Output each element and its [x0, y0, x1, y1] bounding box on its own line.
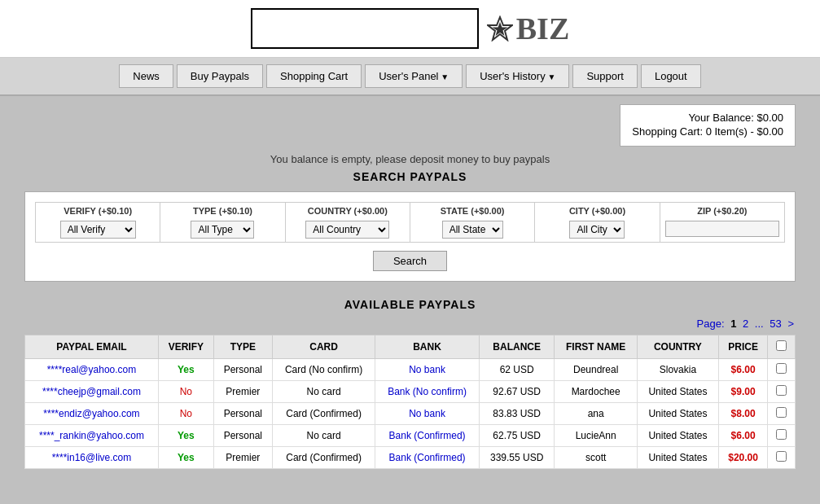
city-select[interactable]: All City — [569, 221, 625, 239]
cell-card: Card (Confirmed) — [272, 447, 375, 469]
pagination: Page: 1 2 ... 53 > — [24, 318, 796, 330]
cell-price: $6.00 — [718, 359, 767, 381]
cell-firstname: Deundreal — [555, 359, 637, 381]
bank-link[interactable]: Bank (Confirmed) — [389, 452, 466, 463]
table-header-row: PAYPAL EMAIL VERIFY TYPE CARD BANK BALAN… — [25, 335, 796, 359]
row-checkbox[interactable] — [776, 363, 787, 374]
header: BIZ — [0, 0, 820, 58]
cell-checkbox[interactable] — [768, 359, 796, 381]
available-title: AVAILABLE PAYPALS — [24, 298, 796, 311]
search-btn-row: Search — [35, 251, 785, 271]
nav-support[interactable]: Support — [572, 64, 638, 88]
cell-checkbox[interactable] — [768, 403, 796, 425]
cell-card: Card (Confirmed) — [272, 403, 375, 425]
filter-city-header: CITY (+$0.00) — [540, 206, 654, 216]
price-value: $6.00 — [731, 364, 756, 375]
search-section-title: SEARCH PAYPALS — [24, 170, 796, 183]
row-checkbox[interactable] — [776, 407, 787, 418]
cell-type: Personal — [213, 359, 272, 381]
nav-users-history[interactable]: User's History — [466, 64, 569, 88]
paypal-table: PAYPAL EMAIL VERIFY TYPE CARD BANK BALAN… — [24, 335, 796, 469]
row-checkbox[interactable] — [776, 429, 787, 440]
filter-verify-header: VERIFY (+$0.10) — [41, 206, 155, 216]
zip-input[interactable] — [665, 221, 779, 237]
cell-bank[interactable]: No bank — [375, 359, 480, 381]
cell-bank[interactable]: Bank (No confirm) — [375, 381, 480, 403]
cell-price: $6.00 — [718, 425, 767, 447]
nav-logout[interactable]: Logout — [641, 64, 701, 88]
bank-link[interactable]: Bank (Confirmed) — [389, 430, 466, 441]
col-bank: BANK — [375, 335, 480, 359]
email-link[interactable]: ****cheejp@gmail.com — [42, 386, 141, 397]
nav-news[interactable]: News — [119, 64, 173, 88]
cell-card: No card — [272, 381, 375, 403]
email-link[interactable]: ****real@yahoo.com — [47, 364, 137, 375]
col-firstname: FIRST NAME — [555, 335, 637, 359]
cell-verify: No — [158, 403, 213, 425]
col-balance: BALANCE — [479, 335, 555, 359]
verify-value: No — [180, 408, 192, 419]
cell-email[interactable]: ****_rankin@yahoo.com — [25, 425, 159, 447]
logo-search-input[interactable] — [251, 8, 479, 49]
col-email: PAYPAL EMAIL — [25, 335, 159, 359]
select-all-checkbox[interactable] — [776, 340, 787, 351]
filter-type: TYPE (+$0.10) All Type Personal Premier — [160, 202, 284, 243]
cell-email[interactable]: ****cheejp@gmail.com — [25, 381, 159, 403]
page-53-link[interactable]: 53 — [770, 318, 781, 330]
cell-checkbox[interactable] — [768, 447, 796, 469]
cell-bank[interactable]: No bank — [375, 403, 480, 425]
nav-users-panel[interactable]: User's Panel — [365, 64, 463, 88]
cell-card: No card — [272, 425, 375, 447]
cell-price: $20.00 — [718, 447, 767, 469]
col-price: PRICE — [718, 335, 767, 359]
col-verify: VERIFY — [158, 335, 213, 359]
email-link[interactable]: ****in16@live.com — [52, 452, 132, 463]
info-text: You balance is empty, please deposit mon… — [24, 153, 796, 165]
filter-state: STATE (+$0.00) All State — [410, 202, 534, 243]
type-select[interactable]: All Type Personal Premier — [191, 221, 254, 239]
row-checkbox[interactable] — [776, 385, 787, 396]
cell-card: Card (No confirm) — [272, 359, 375, 381]
cell-country: United States — [637, 403, 718, 425]
cell-email[interactable]: ****real@yahoo.com — [25, 359, 159, 381]
nav-buy-paypals[interactable]: Buy Paypals — [177, 64, 263, 88]
page-next-link[interactable]: > — [787, 318, 794, 330]
current-page[interactable]: 1 — [730, 318, 736, 330]
page-2-link[interactable]: 2 — [743, 318, 748, 330]
bank-link[interactable]: No bank — [409, 364, 445, 375]
cell-email[interactable]: ****in16@live.com — [25, 447, 159, 469]
cell-checkbox[interactable] — [768, 425, 796, 447]
search-button[interactable]: Search — [373, 251, 447, 271]
cell-balance: 62.75 USD — [479, 425, 555, 447]
state-select[interactable]: All State — [442, 221, 503, 239]
price-value: $6.00 — [731, 430, 756, 441]
cell-bank[interactable]: Bank (Confirmed) — [375, 447, 480, 469]
verify-value: Yes — [178, 364, 195, 375]
cell-checkbox[interactable] — [768, 381, 796, 403]
cell-country: United States — [637, 381, 718, 403]
country-select[interactable]: All Country United States Slovakia — [305, 221, 389, 239]
bank-link[interactable]: No bank — [409, 408, 445, 419]
filter-zip-header: ZIP (+$0.20) — [665, 206, 779, 216]
cell-bank[interactable]: Bank (Confirmed) — [375, 425, 480, 447]
price-value: $20.00 — [728, 452, 758, 463]
table-row: ****real@yahoo.com Yes Personal Card (No… — [25, 359, 796, 381]
navigation: News Buy Paypals Shopping Cart User's Pa… — [0, 58, 820, 96]
row-checkbox[interactable] — [776, 451, 787, 462]
cell-balance: 83.83 USD — [479, 403, 555, 425]
email-link[interactable]: ****endiz@yahoo.com — [43, 408, 139, 419]
verify-select[interactable]: All Verify Verified Not Verified — [60, 221, 136, 239]
logo-brand: BIZ — [487, 11, 569, 46]
col-type: TYPE — [213, 335, 272, 359]
col-card: CARD — [272, 335, 375, 359]
main-content: Your Balance: $0.00 Shopping Cart: 0 Ite… — [0, 96, 820, 477]
nav-shopping-cart[interactable]: Shopping Cart — [266, 64, 362, 88]
brand-text: BIZ — [516, 11, 569, 46]
filter-country: COUNTRY (+$0.00) All Country United Stat… — [285, 202, 410, 243]
bank-link[interactable]: Bank (No confirm) — [388, 386, 467, 397]
cell-firstname: scott — [555, 447, 637, 469]
cell-email[interactable]: ****endiz@yahoo.com — [25, 403, 159, 425]
filter-zip: ZIP (+$0.20) — [660, 202, 785, 243]
filter-country-header: COUNTRY (+$0.00) — [291, 206, 405, 216]
email-link[interactable]: ****_rankin@yahoo.com — [39, 430, 144, 441]
